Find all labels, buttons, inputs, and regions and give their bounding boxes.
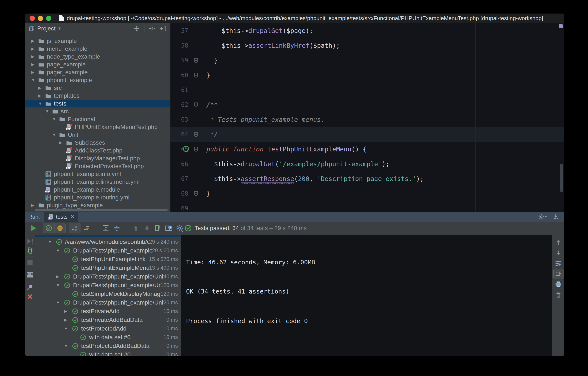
- tree-toggle-icon[interactable]: ▶: [59, 140, 66, 145]
- code-line[interactable]: * Tests phpunit_example menus.: [199, 112, 564, 127]
- previous-failed-test-button[interactable]: [131, 223, 140, 233]
- code-line[interactable]: */: [199, 127, 564, 142]
- tree-toggle-icon[interactable]: ▶: [38, 93, 45, 98]
- code-line[interactable]: public function testPhpUnitExampleMenu()…: [199, 142, 564, 157]
- rerun-tests-button[interactable]: [31, 225, 37, 232]
- hide-run-panel-button[interactable]: [553, 214, 559, 220]
- test-tree-item[interactable]: with data set #00 ms: [35, 350, 181, 356]
- print-button[interactable]: [552, 279, 564, 289]
- tree-toggle-icon[interactable]: ▼: [64, 326, 72, 331]
- fold-marker[interactable]: [193, 98, 199, 112]
- stop-button[interactable]: [25, 258, 35, 267]
- code-line[interactable]: }: [199, 186, 564, 201]
- sort-by-duration-button[interactable]: [82, 223, 92, 233]
- project-tree-item[interactable]: ▶js_example: [25, 37, 170, 45]
- project-tree-item[interactable]: ▼phpunit_example: [25, 76, 170, 84]
- tree-toggle-icon[interactable]: ▼: [31, 78, 38, 82]
- toggle-auto-test-button[interactable]: [25, 246, 35, 255]
- project-tree-item[interactable]: ▼Unit: [25, 131, 170, 139]
- tree-toggle-icon[interactable]: ▶: [38, 85, 45, 90]
- fold-marker-icon[interactable]: [194, 132, 198, 137]
- tree-toggle-icon[interactable]: ▼: [56, 300, 64, 305]
- code-editor[interactable]: 57585960616263646566676869 $this->drupal…: [170, 23, 564, 212]
- project-tree-item[interactable]: ▶node_type_example: [25, 53, 170, 60]
- project-tree-item[interactable]: phpunit_example.links.menu.yml: [25, 178, 170, 186]
- project-panel-title[interactable]: Project: [37, 25, 55, 32]
- tree-toggle-icon[interactable]: ▶: [64, 317, 72, 322]
- fold-marker[interactable]: [193, 127, 199, 142]
- document-proxy-icon[interactable]: [59, 15, 64, 21]
- code-line[interactable]: $this->assertResponse(200, 'Description …: [199, 172, 564, 186]
- tree-toggle-icon[interactable]: ▼: [52, 117, 59, 122]
- test-tree-item[interactable]: testPhpUnitExampleMenu13 s 490 ms: [35, 264, 181, 272]
- project-tree-item[interactable]: ▶menu_example: [25, 45, 170, 53]
- tree-toggle-icon[interactable]: ▼: [52, 133, 59, 137]
- project-tree-item[interactable]: phpProtectedPrivatesTest.php: [25, 162, 170, 170]
- fold-marker[interactable]: [193, 53, 199, 68]
- tree-toggle-icon[interactable]: ▼: [64, 344, 72, 348]
- show-passed-toggle[interactable]: [43, 223, 54, 233]
- expand-all-button[interactable]: [101, 223, 110, 233]
- import-test-results-button[interactable]: [153, 223, 162, 233]
- up-stacktrace-button[interactable]: [552, 237, 564, 248]
- project-tree-item[interactable]: ▶pager_example: [25, 68, 170, 76]
- test-runner-settings-button[interactable]: [175, 223, 184, 233]
- project-tree-item[interactable]: phpphpunit_example.module: [25, 186, 170, 193]
- close-window-button[interactable]: [30, 16, 35, 21]
- fold-marker-icon[interactable]: [194, 58, 198, 63]
- tree-toggle-icon[interactable]: ▶: [56, 274, 64, 279]
- rerun-failed-tests-button[interactable]: [25, 237, 35, 246]
- project-tree-item[interactable]: ▶Subclasses: [25, 139, 170, 146]
- collapse-all-button[interactable]: [112, 223, 121, 233]
- tree-toggle-icon[interactable]: ▶: [31, 70, 38, 75]
- test-tree-item[interactable]: with data set #010 ms: [35, 333, 181, 342]
- tree-toggle-icon[interactable]: ▼: [56, 248, 64, 253]
- project-tree-item[interactable]: phpPHPUnitExampleMenuTest.php: [25, 123, 170, 131]
- next-failed-test-button[interactable]: [142, 223, 151, 233]
- test-tree-item[interactable]: ▶testPrivateAddBadData0 ms: [35, 316, 181, 324]
- code-line[interactable]: [199, 201, 564, 212]
- tree-toggle-icon[interactable]: ▼: [45, 109, 52, 114]
- scroll-to-end-toggle[interactable]: [553, 269, 564, 279]
- tree-toggle-icon[interactable]: ▼: [38, 101, 45, 106]
- fold-marker-icon[interactable]: [194, 191, 198, 197]
- project-tree-item[interactable]: ▶templates: [25, 92, 170, 100]
- test-tree-item[interactable]: ▶Drupal\Tests\phpunit_example\Unit\A40 m…: [35, 272, 181, 281]
- test-console-output[interactable]: Time: 46.62 seconds, Memory: 6.00MBOK (3…: [181, 235, 552, 356]
- close-run-panel-button[interactable]: [25, 292, 35, 301]
- horizontal-scrollbar[interactable]: [35, 209, 168, 211]
- editor-code-area[interactable]: $this->drupalGet($page); $this->assertLi…: [199, 23, 564, 212]
- tree-toggle-icon[interactable]: ▶: [31, 62, 38, 67]
- test-tree-item[interactable]: ▼Drupal\Tests\phpunit_example\Unit\P20 m…: [35, 298, 181, 307]
- code-line[interactable]: $this->drupalGet('/examples/phpunit-exam…: [199, 157, 564, 172]
- tree-toggle-icon[interactable]: ▶: [31, 38, 38, 43]
- test-tree-item[interactable]: ▼/var/www/web/modules/contrib/exa29 s 24…: [35, 237, 181, 246]
- project-tree-item[interactable]: ▶src: [25, 84, 170, 92]
- tree-toggle-icon[interactable]: ▶: [31, 54, 38, 59]
- restore-layout-button[interactable]: [25, 270, 35, 280]
- fold-marker[interactable]: [193, 186, 199, 201]
- test-tree-item[interactable]: testSimpleMockDisplayManager120 ms: [35, 289, 181, 298]
- tree-toggle-icon[interactable]: ▶: [31, 203, 38, 208]
- tree-toggle-icon[interactable]: ▼: [48, 240, 56, 244]
- code-line[interactable]: /**: [199, 98, 564, 112]
- fold-marker[interactable]: [193, 68, 199, 83]
- test-tree-item[interactable]: testPhpUnitExampleLink15 s 570 ms: [35, 255, 181, 264]
- show-ignored-toggle[interactable]: [54, 223, 65, 233]
- project-tree-item[interactable]: ▶plugin_type_example: [25, 201, 170, 209]
- project-tree-item[interactable]: ▼Functional: [25, 115, 170, 123]
- tree-toggle-icon[interactable]: ▶: [31, 46, 38, 51]
- run-panel-settings-button[interactable]: [538, 214, 547, 220]
- run-test-gutter-button[interactable]: [182, 142, 191, 157]
- test-tree-item[interactable]: ▼Drupal\Tests\phpunit_example\Unit\I120 …: [35, 281, 181, 289]
- project-tree-item[interactable]: phpDisplayManagerTest.php: [25, 154, 170, 162]
- hide-panel-button[interactable]: [160, 25, 167, 32]
- test-tree-item[interactable]: ▶testPrivateAdd10 ms: [35, 307, 181, 316]
- tree-toggle-icon[interactable]: ▼: [56, 283, 64, 288]
- fold-marker-icon[interactable]: [194, 73, 198, 78]
- code-line[interactable]: }: [199, 68, 564, 83]
- test-tree-item[interactable]: ▼Drupal\Tests\phpunit_example\Fu29 s 60 …: [35, 246, 181, 255]
- sort-alphabetically-toggle[interactable]: az: [69, 223, 81, 233]
- project-tree-item[interactable]: ▼tests: [25, 100, 170, 107]
- fold-marker-icon[interactable]: [194, 146, 198, 152]
